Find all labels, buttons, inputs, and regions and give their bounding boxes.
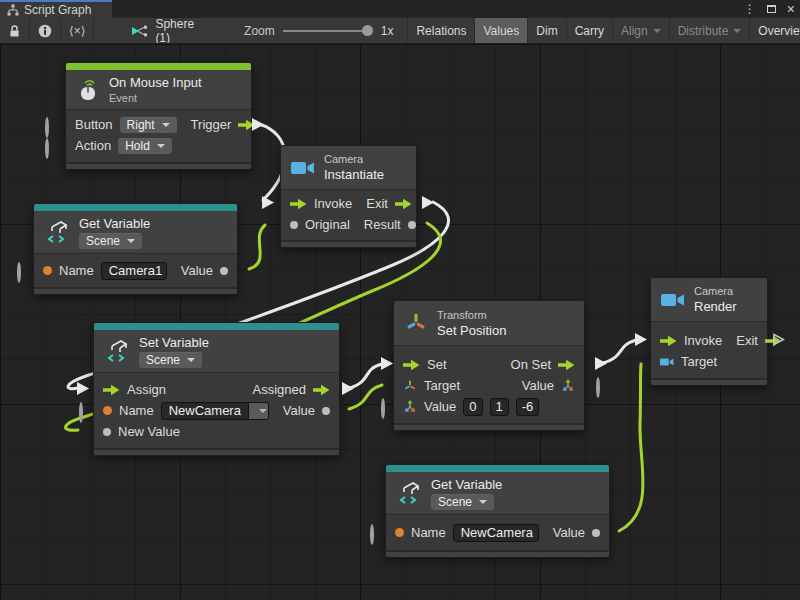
caret-down-icon [162, 123, 170, 127]
port-connected-flow[interactable] [77, 382, 89, 395]
port-unconnected-circle[interactable] [596, 379, 600, 397]
action-dropdown[interactable]: Hold [118, 138, 172, 154]
port-label-invoke: Invoke [684, 333, 722, 348]
node-type: Camera [324, 153, 384, 165]
node-footer [394, 423, 584, 430]
port-label-name: Name [411, 525, 446, 540]
vector-x-field[interactable]: 0 [463, 398, 482, 416]
port-label-on-set: On Set [511, 357, 551, 372]
port-unconnected-circle[interactable] [381, 400, 385, 418]
node-title: Set Variable [139, 335, 209, 350]
edit-graph-button[interactable]: ⟨×⟩ [61, 18, 94, 44]
scope-dropdown[interactable]: Scene [139, 352, 202, 368]
zoom-slider[interactable] [283, 18, 373, 44]
port-label-assign: Assign [127, 382, 166, 397]
node-footer [651, 378, 767, 385]
port-unconnected-flow[interactable] [773, 333, 785, 346]
carry-button[interactable]: Carry [566, 18, 612, 44]
scope-dropdown[interactable]: Scene [79, 233, 142, 249]
variable-name-dropdown[interactable]: Camera1 [101, 262, 167, 280]
node-get-variable-camera1[interactable]: Get Variable Scene Name Camera1 Value [33, 203, 238, 295]
close-icon[interactable]: × [787, 2, 795, 16]
port-unconnected-circle[interactable] [79, 404, 83, 422]
port-label-set: Set [427, 357, 447, 372]
variable-color-strip [94, 323, 339, 330]
button-dropdown[interactable]: Right [120, 117, 177, 133]
node-footer [386, 550, 609, 557]
node-title: Set Position [437, 323, 506, 338]
node-subtitle: Event [109, 92, 202, 104]
value-port-icon [592, 529, 600, 537]
flow-arrow-icon [403, 359, 420, 371]
maximize-icon[interactable] [767, 5, 776, 13]
code-icon: ⟨×⟩ [69, 24, 85, 38]
port-unconnected-circle[interactable] [45, 119, 49, 137]
window-menu-icon[interactable]: ⋮ [744, 2, 756, 16]
port-unconnected-circle[interactable] [45, 140, 49, 158]
dim-button[interactable]: Dim [527, 18, 565, 44]
lock-button[interactable] [0, 18, 30, 44]
port-label-value: Value [283, 403, 315, 418]
relations-button[interactable]: Relations [407, 18, 474, 44]
port-label-action: Action [75, 138, 111, 153]
vector-y-field[interactable]: 1 [490, 398, 509, 416]
port-connected-flow[interactable] [422, 196, 434, 209]
tab-script-graph[interactable]: Script Graph [0, 0, 112, 18]
flow-arrow-icon [103, 384, 120, 396]
port-label-exit: Exit [736, 333, 758, 348]
variable-name-dropdown[interactable]: NewCamera [161, 402, 269, 420]
port-unconnected-circle[interactable] [17, 264, 21, 282]
port-connected-flow[interactable] [381, 357, 393, 370]
scope-dropdown[interactable]: Scene [431, 494, 494, 510]
node-camera-render[interactable]: Camera Render Invoke Exit [650, 277, 768, 386]
port-label-invoke: Invoke [314, 196, 352, 211]
zoom-slider-handle[interactable] [362, 25, 373, 36]
port-label-target: Target [424, 378, 460, 393]
port-label-exit: Exit [366, 196, 388, 211]
value-port-icon [322, 407, 330, 415]
port-label-original: Original [305, 217, 350, 232]
align-button[interactable]: Align [612, 18, 669, 44]
lock-icon [8, 24, 21, 38]
camera-icon [661, 292, 685, 308]
wire-assigned-to-set[interactable] [350, 364, 382, 388]
transform-port-icon [403, 379, 417, 393]
node-set-position[interactable]: Transform Set Position Set On Set [393, 300, 585, 431]
flow-arrow-icon [660, 335, 677, 347]
variable-name-dropdown[interactable]: NewCamera [453, 524, 539, 542]
distribute-button[interactable]: Distribute [669, 18, 750, 44]
node-camera-instantiate[interactable]: Camera Instantiate Invoke Exit [280, 145, 417, 248]
camera-port-icon [660, 357, 674, 367]
flow-arrow-icon [313, 384, 330, 396]
breadcrumb[interactable]: Sphere (1) [124, 18, 202, 44]
node-title: Render [694, 299, 737, 314]
zoom-slider-track [283, 30, 363, 32]
tab-strip: Script Graph ⋮ × [0, 0, 800, 18]
variable-icon [44, 219, 70, 245]
node-get-variable-newcamera[interactable]: Get Variable Scene Name NewCamera Value [385, 464, 610, 558]
wire-getvar1-to-original[interactable] [249, 225, 265, 269]
port-unconnected-circle[interactable] [370, 526, 374, 544]
node-on-mouse-input[interactable]: On Mouse Input Event Button Right Trigge… [65, 62, 252, 170]
vector-z-field[interactable]: -6 [516, 398, 540, 416]
variable-color-strip [386, 465, 609, 472]
port-label-value: Value [553, 525, 585, 540]
port-connected-flow[interactable] [342, 382, 354, 395]
port-connected-flow[interactable] [635, 333, 647, 346]
node-set-variable[interactable]: Set Variable Scene Assign Assigned [93, 322, 340, 456]
node-title: Instantiate [324, 167, 384, 182]
camera-icon [291, 160, 315, 176]
values-button[interactable]: Values [474, 18, 527, 44]
caret-down-icon [187, 358, 195, 362]
port-label-new-value: New Value [118, 424, 180, 439]
overview-button[interactable]: Overview [749, 18, 800, 44]
graph-canvas[interactable]: On Mouse Input Event Button Right Trigge… [0, 44, 800, 600]
node-title: Get Variable [431, 477, 502, 492]
wire-getvar2-to-target[interactable] [619, 364, 643, 531]
caret-down-icon[interactable] [248, 403, 269, 419]
wire-onset-to-invoke[interactable] [603, 340, 636, 363]
info-button[interactable] [30, 18, 61, 44]
port-connected-flow[interactable] [262, 196, 274, 209]
port-connected-flow[interactable] [595, 357, 607, 370]
port-connected-flow[interactable] [252, 118, 264, 131]
